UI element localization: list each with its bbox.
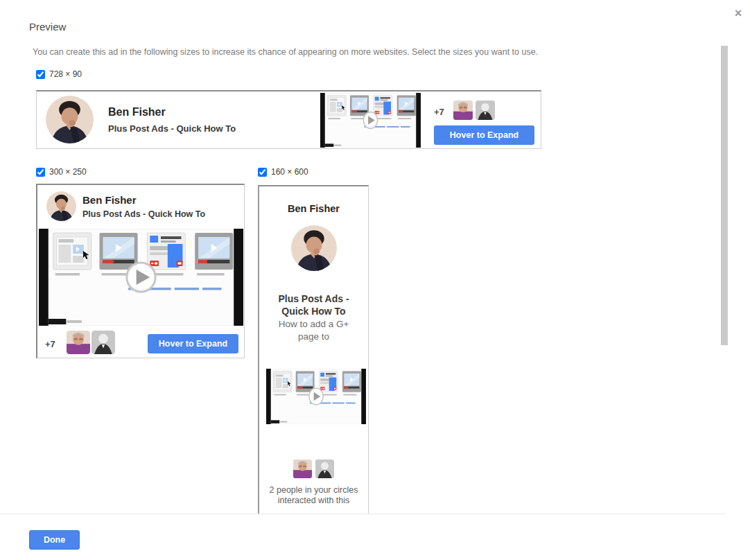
ad-title: Plus Post Ads - Quick How To bbox=[270, 292, 357, 317]
ad-title: Plus Post Ads - Quick How To bbox=[82, 209, 205, 219]
video-thumbnail[interactable] bbox=[266, 369, 366, 424]
ad-preview-728x90: Ben Fisher Plus Post Ads - Quick How To … bbox=[36, 90, 541, 149]
circle-avatar-1 bbox=[453, 100, 473, 120]
size-checkbox-300x250[interactable] bbox=[36, 168, 45, 177]
dialog-description: You can create this ad in the following … bbox=[33, 47, 538, 57]
ad-description: How to add a G+ page to bbox=[276, 318, 351, 343]
circle-avatar-2 bbox=[315, 460, 334, 478]
ad-preview-160x600: Ben Fisher Plus Post Ads - Quick How To … bbox=[258, 185, 369, 514]
size-checkbox-728x90[interactable] bbox=[36, 70, 45, 79]
ad-preview-300x250: Ben Fisher Plus Post Ads - Quick How To … bbox=[36, 184, 245, 358]
social-count: +7 bbox=[45, 339, 55, 349]
video-thumbnail[interactable] bbox=[320, 93, 421, 148]
size-option-160x600[interactable]: 160 × 600 bbox=[258, 167, 308, 177]
hover-to-expand-button[interactable]: Hover to Expand bbox=[148, 334, 238, 353]
advertiser-avatar bbox=[46, 191, 76, 221]
circle-avatar-1 bbox=[293, 460, 312, 478]
scrollbar-thumb[interactable] bbox=[721, 46, 728, 345]
advertiser-avatar bbox=[291, 225, 337, 271]
ad-title: Plus Post Ads - Quick How To bbox=[108, 123, 236, 134]
size-label-728x90: 728 × 90 bbox=[49, 69, 82, 79]
preview-dialog: × Preview You can create this ad in the … bbox=[0, 0, 750, 560]
advertiser-name: Ben Fisher bbox=[82, 194, 137, 206]
page-title: Preview bbox=[29, 21, 66, 33]
advertiser-name: Ben Fisher bbox=[108, 106, 166, 119]
close-icon[interactable]: × bbox=[731, 6, 745, 20]
circle-avatar-2 bbox=[476, 100, 495, 120]
size-label-300x250: 300 × 250 bbox=[49, 167, 87, 177]
done-button[interactable]: Done bbox=[29, 530, 80, 550]
circles-interaction-note: 2 people in your circles interacted with… bbox=[262, 485, 365, 506]
size-option-300x250[interactable]: 300 × 250 bbox=[36, 167, 87, 177]
size-option-728x90[interactable]: 728 × 90 bbox=[36, 69, 82, 79]
video-thumbnail[interactable] bbox=[39, 229, 243, 326]
hover-to-expand-button[interactable]: Hover to Expand bbox=[434, 125, 534, 145]
scroll-area-divider bbox=[0, 514, 726, 514]
social-count: +7 bbox=[434, 107, 444, 117]
advertiser-avatar bbox=[46, 96, 94, 143]
advertiser-name: Ben Fisher bbox=[259, 203, 368, 214]
size-checkbox-160x600[interactable] bbox=[258, 168, 267, 177]
circle-avatar-2 bbox=[91, 331, 115, 354]
size-label-160x600: 160 × 600 bbox=[271, 167, 308, 177]
circle-avatar-1 bbox=[67, 331, 90, 354]
